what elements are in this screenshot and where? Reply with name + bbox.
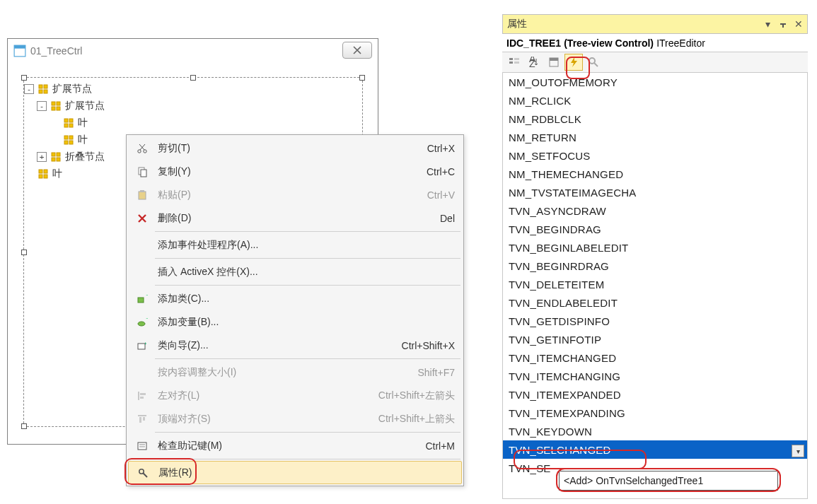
collapse-icon[interactable]: - [37,101,47,111]
svg-rect-46 [514,61,519,64]
menu-item[interactable]: 检查助记键(M)Ctrl+M [128,434,462,457]
event-row[interactable]: NM_THEMECHANGED [503,165,807,183]
tree-node-label: 扩展节点 [65,100,105,112]
svg-rect-40 [143,417,145,421]
menu-item[interactable]: 剪切(T)Ctrl+X [128,136,462,160]
collapse-icon[interactable]: - [24,84,34,94]
menu-item[interactable]: 添加事件处理程序(A)... [128,233,462,257]
event-row[interactable]: NM_RDBLCLK [503,110,807,128]
tree-node[interactable]: -扩展节点 [24,81,362,98]
menu-separator [155,459,460,459]
event-row[interactable]: TVN_SELCHANGED [503,440,807,459]
close-icon[interactable]: ✕ [793,18,804,30]
menu-item-label: 左对齐(L) [153,389,378,402]
properties-panel: 属性 ▾ ✕ IDC_TREE1 (Tree-view Control) ITr… [502,14,808,499]
dropdown-icon[interactable]: ▾ [762,18,773,30]
svg-rect-19 [57,153,60,156]
dialog-titlebar[interactable]: 01_TreeCtrl [8,39,378,63]
svg-rect-11 [69,119,73,122]
svg-rect-17 [69,141,73,144]
menu-item[interactable]: 属性(R) [128,461,462,484]
svg-rect-38 [140,397,144,399]
menu-item[interactable]: 删除(D)Del [128,206,462,230]
event-row[interactable]: NM_RCLICK [503,91,807,110]
svg-point-26 [138,149,141,152]
event-row[interactable]: NM_TVSTATEIMAGECHA [503,183,807,201]
svg-rect-4 [39,90,42,93]
dialog-close-button[interactable] [342,42,372,59]
add-handler-dropdown[interactable]: <Add> OnTvnSelchangedTree1 [559,471,778,491]
events-icon[interactable] [564,54,583,71]
mnemonic-icon [131,440,153,452]
event-row[interactable]: TVN_ASYNCDRAW [503,201,807,220]
menu-item-label: 粘贴(P) [153,189,427,201]
resize-handle[interactable] [21,250,27,255]
tree-node-icon [50,151,62,163]
tree-node-icon [37,168,50,180]
resize-handle[interactable] [21,423,27,429]
event-row[interactable]: TVN_ITEMCHANGED [503,348,807,367]
alignt-icon [131,414,153,425]
properties-event-list[interactable]: NM_OUTOFMEMORYNM_RCLICKNM_RDBLCLKNM_RETU… [502,73,808,499]
svg-rect-37 [140,393,146,395]
menu-item[interactable]: 插入 ActiveX 控件(X)... [128,260,462,283]
menu-item[interactable]: 复制(Y)Ctrl+C [128,160,462,183]
properties-icon[interactable] [545,54,563,71]
event-row[interactable]: TVN_DELETEITEM [503,275,807,293]
tree-node-icon [62,117,75,129]
event-row[interactable]: TVN_BEGINRDRAG [503,257,807,275]
messages-icon[interactable] [584,54,603,71]
tree-node-label: 叶 [78,134,88,146]
svg-rect-36 [138,344,145,349]
svg-rect-24 [39,175,42,178]
svg-rect-41 [138,443,146,450]
event-row[interactable]: TVN_ITEMEXPANDING [503,404,807,422]
menu-item-shortcut: Ctrl+Shift+左箭头 [378,389,455,402]
event-row[interactable]: NM_RETURN [503,128,807,146]
pin-icon[interactable] [777,18,789,30]
scroll-down-button[interactable]: ▾ [792,445,804,457]
menu-item[interactable]: ﹢添加类(C)... [128,287,462,310]
tree-node[interactable]: -扩展节点 [24,98,362,115]
resize-handle[interactable] [190,75,196,81]
event-row[interactable]: TVN_BEGINDRAG [503,220,807,238]
alphabetical-icon[interactable]: AZ [525,54,543,71]
addclass-icon: ﹢ [131,293,153,305]
add-handler-text: <Add> OnTvnSelchangedTree1 [564,475,703,486]
paste-icon [131,189,153,201]
event-row[interactable]: TVN_ENDLABELEDIT [503,293,807,312]
event-row[interactable]: TVN_GETDISPINFO [503,312,807,330]
menu-item-shortcut: Ctrl+C [427,166,455,177]
event-row[interactable]: TVN_BEGINLABELEDIT [503,238,807,257]
event-row[interactable]: NM_SETFOCUS [503,146,807,165]
event-row[interactable]: TVN_KEYDOWN [503,422,807,440]
menu-item-label: 属性(R) [154,467,454,479]
app-icon [13,45,26,57]
properties-toolbar: AZ [502,52,808,73]
event-row[interactable]: TVN_ITEMCHANGING [503,367,807,385]
event-row[interactable]: TVN_GETINFOTIP [503,330,807,348]
expand-icon[interactable]: + [37,152,47,162]
event-row[interactable]: NM_OUTOFMEMORY [503,73,807,91]
svg-rect-1 [14,45,25,49]
menu-item-shortcut: Del [440,213,455,224]
event-row[interactable]: TVN_ITEMEXPANDED [503,385,807,404]
svg-rect-10 [64,119,68,122]
cut-icon [131,143,153,154]
resize-handle[interactable] [21,75,27,81]
menu-item[interactable]: 类向导(Z)...Ctrl+Shift+X [128,334,462,357]
menu-item[interactable]: ﹢添加变量(B)... [128,310,462,334]
menu-item-shortcut: Ctrl+M [425,440,455,452]
context-menu[interactable]: 剪切(T)Ctrl+X复制(Y)Ctrl+C粘贴(P)Ctrl+V删除(D)De… [126,134,464,486]
svg-rect-29 [141,170,146,177]
svg-text:Z: Z [529,58,535,68]
tree-node[interactable]: 叶 [24,115,362,131]
properties-panel-titlebar[interactable]: 属性 ▾ ✕ [502,14,808,34]
categorized-icon[interactable] [505,54,523,71]
menu-item-label: 插入 ActiveX 控件(X)... [153,266,455,279]
svg-rect-2 [39,85,42,88]
properties-object-name: IDC_TREE1 (Tree-view Control) ITreeEdito… [502,34,808,52]
resize-handle[interactable] [359,75,365,81]
svg-rect-22 [39,170,42,173]
copy-icon [131,166,153,177]
